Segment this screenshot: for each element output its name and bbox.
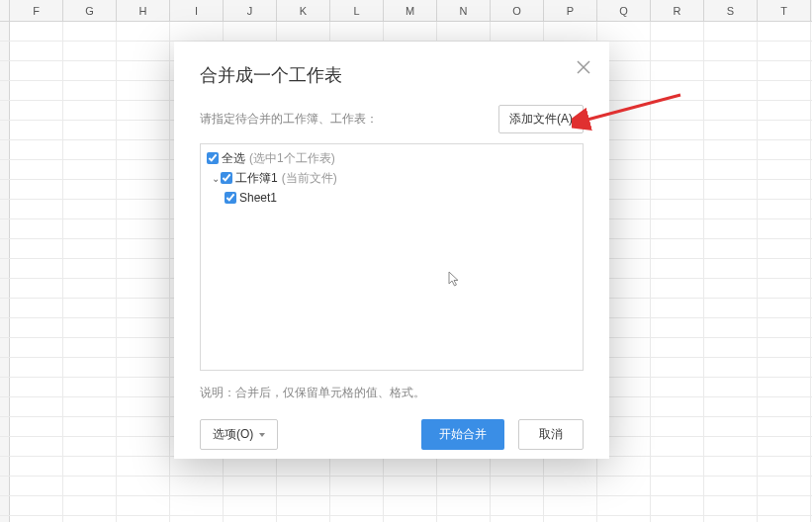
cell[interactable]: [651, 299, 704, 317]
cell[interactable]: [117, 200, 170, 218]
row-header[interactable]: [0, 101, 10, 120]
cell[interactable]: [491, 516, 544, 522]
cell[interactable]: [597, 457, 651, 476]
cell[interactable]: [224, 457, 277, 476]
row-header[interactable]: [0, 219, 10, 238]
cell[interactable]: [10, 200, 63, 218]
cell[interactable]: [384, 22, 437, 41]
cell[interactable]: [63, 200, 117, 218]
cell[interactable]: [63, 101, 117, 120]
cell[interactable]: [117, 61, 170, 80]
cell[interactable]: [117, 299, 170, 317]
cell[interactable]: [63, 239, 117, 258]
cell[interactable]: [10, 457, 63, 476]
cell[interactable]: [758, 121, 811, 139]
cell[interactable]: [491, 477, 544, 495]
row-header[interactable]: [0, 279, 10, 298]
cell[interactable]: [758, 22, 811, 41]
cell[interactable]: [758, 42, 811, 60]
cell[interactable]: [704, 477, 758, 495]
cell[interactable]: [651, 259, 704, 278]
cell[interactable]: [117, 516, 170, 522]
cell[interactable]: [117, 219, 170, 238]
cell[interactable]: [10, 437, 63, 456]
cell[interactable]: [170, 22, 224, 41]
cell[interactable]: [63, 397, 117, 416]
cell[interactable]: [63, 496, 117, 515]
cell[interactable]: [170, 496, 224, 515]
cell[interactable]: [10, 417, 63, 436]
cell[interactable]: [704, 279, 758, 298]
cell[interactable]: [10, 239, 63, 258]
cell[interactable]: [170, 457, 224, 476]
cell[interactable]: [704, 61, 758, 80]
cell[interactable]: [704, 299, 758, 317]
cell[interactable]: [117, 140, 170, 159]
cell[interactable]: [10, 121, 63, 139]
row-header[interactable]: [0, 516, 10, 522]
cell[interactable]: [758, 496, 811, 515]
cell[interactable]: [224, 496, 277, 515]
cell[interactable]: [117, 160, 170, 179]
cell[interactable]: [651, 101, 704, 120]
cell[interactable]: [63, 22, 117, 41]
cell[interactable]: [651, 417, 704, 436]
cell[interactable]: [704, 219, 758, 238]
cell[interactable]: [10, 378, 63, 396]
cell[interactable]: [651, 378, 704, 396]
cell[interactable]: [10, 160, 63, 179]
cell[interactable]: [10, 358, 63, 377]
cell[interactable]: [704, 358, 758, 377]
cell[interactable]: [170, 516, 224, 522]
column-header[interactable]: I: [170, 0, 224, 21]
cell[interactable]: [117, 457, 170, 476]
cell[interactable]: [63, 477, 117, 495]
cell[interactable]: [758, 140, 811, 159]
cell[interactable]: [224, 477, 277, 495]
column-header[interactable]: O: [491, 0, 544, 21]
cell[interactable]: [330, 496, 384, 515]
workbook-checkbox[interactable]: [221, 172, 232, 184]
cell[interactable]: [117, 318, 170, 337]
cell[interactable]: [597, 496, 651, 515]
row-header[interactable]: [0, 397, 10, 416]
column-header[interactable]: P: [544, 0, 597, 21]
select-all-checkbox[interactable]: [207, 152, 219, 164]
cell[interactable]: [10, 219, 63, 238]
cell[interactable]: [758, 279, 811, 298]
cell[interactable]: [704, 121, 758, 139]
row-header[interactable]: [0, 61, 10, 80]
cell[interactable]: [651, 61, 704, 80]
cell[interactable]: [277, 516, 330, 522]
cell[interactable]: [651, 437, 704, 456]
cell[interactable]: [63, 61, 117, 80]
cell[interactable]: [651, 496, 704, 515]
cell[interactable]: [10, 338, 63, 357]
cell[interactable]: [63, 299, 117, 317]
cell[interactable]: [117, 239, 170, 258]
row-header[interactable]: [0, 140, 10, 159]
tree-row-workbook[interactable]: ⌄ 工作簿1 (当前文件): [207, 168, 577, 188]
column-header[interactable]: K: [277, 0, 330, 21]
cell[interactable]: [63, 160, 117, 179]
cell[interactable]: [758, 219, 811, 238]
cell[interactable]: [704, 457, 758, 476]
cell[interactable]: [704, 259, 758, 278]
cell[interactable]: [117, 22, 170, 41]
cell[interactable]: [651, 457, 704, 476]
cell[interactable]: [651, 140, 704, 159]
cell[interactable]: [704, 496, 758, 515]
cell[interactable]: [277, 22, 330, 41]
cell[interactable]: [10, 42, 63, 60]
column-header[interactable]: F: [10, 0, 63, 21]
cell[interactable]: [758, 200, 811, 218]
cell[interactable]: [63, 516, 117, 522]
cell[interactable]: [651, 160, 704, 179]
cell[interactable]: [117, 358, 170, 377]
cell[interactable]: [758, 358, 811, 377]
row-header[interactable]: [0, 42, 10, 60]
column-header[interactable]: M: [384, 0, 437, 21]
cell[interactable]: [758, 516, 811, 522]
cell[interactable]: [651, 180, 704, 199]
cell[interactable]: [704, 101, 758, 120]
